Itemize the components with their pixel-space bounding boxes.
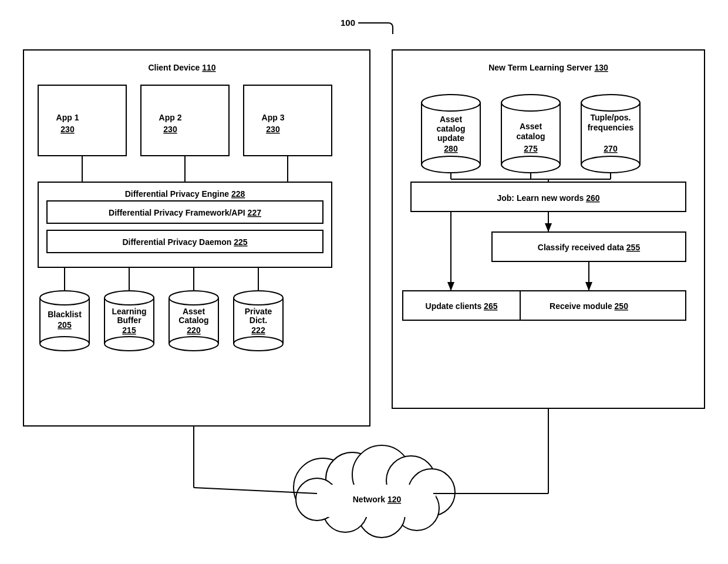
svg-rect-0 [23, 50, 370, 426]
svg-rect-1 [392, 50, 705, 408]
svg-text:Blacklist: Blacklist [48, 310, 82, 319]
svg-rect-2 [38, 85, 126, 156]
svg-text:215: 215 [122, 325, 136, 335]
svg-line-107 [194, 488, 317, 494]
svg-text:Differential Privacy Daemon 22: Differential Privacy Daemon 225 [122, 237, 247, 247]
svg-text:App 2: App 2 [159, 113, 182, 122]
svg-point-103 [296, 478, 338, 521]
svg-rect-14 [47, 201, 323, 223]
svg-text:Asset: Asset [520, 122, 542, 131]
svg-point-28 [40, 337, 89, 351]
svg-text:Network 120: Network 120 [353, 495, 402, 504]
svg-text:205: 205 [58, 320, 72, 330]
ref-100-line [358, 22, 393, 34]
svg-text:update: update [437, 133, 464, 143]
svg-point-64 [501, 156, 560, 173]
svg-text:catalog: catalog [436, 124, 465, 133]
ref-100-label: 100 [341, 18, 355, 28]
svg-text:230: 230 [266, 125, 280, 134]
svg-point-56 [422, 156, 480, 173]
svg-point-102 [323, 488, 368, 532]
svg-text:New Term Learning Server 130: New Term Learning Server 130 [488, 63, 608, 72]
svg-point-95 [294, 458, 352, 517]
svg-text:Differential Privacy Framework: Differential Privacy Framework/API 227 [109, 208, 261, 217]
svg-text:App 1: App 1 [56, 113, 79, 122]
svg-rect-12 [38, 182, 332, 267]
svg-rect-85 [492, 232, 686, 261]
svg-point-71 [581, 156, 640, 173]
svg-rect-81 [411, 182, 686, 212]
svg-point-96 [326, 452, 379, 505]
svg-text:Update clients 265: Update clients 265 [426, 301, 498, 311]
svg-text:222: 222 [251, 325, 265, 335]
svg-point-68 [581, 95, 640, 111]
svg-text:Learning: Learning [112, 307, 146, 316]
svg-point-48 [234, 337, 283, 351]
svg-point-41 [169, 337, 218, 351]
svg-text:frequencies: frequencies [588, 123, 634, 132]
svg-point-45 [234, 291, 283, 305]
svg-text:275: 275 [524, 144, 538, 153]
svg-text:Private: Private [245, 307, 272, 316]
svg-text:280: 280 [444, 144, 458, 153]
svg-text:Job: Learn new words 260: Job: Learn new words 260 [497, 193, 599, 203]
svg-point-97 [352, 445, 411, 504]
svg-point-99 [408, 469, 455, 516]
svg-point-25 [40, 291, 89, 305]
svg-rect-4 [244, 85, 332, 156]
svg-marker-84 [545, 223, 552, 232]
svg-marker-92 [447, 282, 454, 291]
svg-text:Catalog: Catalog [178, 315, 208, 325]
svg-point-100 [395, 486, 439, 531]
svg-text:App 3: App 3 [262, 113, 285, 122]
diagram-svg: App 1 230 App 2 230 App 3 230 Client Dev… [12, 18, 716, 552]
svg-rect-89 [492, 291, 686, 320]
svg-text:Dict.: Dict. [250, 315, 267, 325]
svg-text:catalog: catalog [516, 132, 545, 141]
svg-text:Tuple/pos.: Tuple/pos. [591, 113, 631, 122]
svg-text:220: 220 [187, 325, 201, 335]
svg-text:230: 230 [60, 125, 75, 134]
svg-point-98 [386, 456, 436, 505]
svg-point-34 [105, 337, 154, 351]
svg-text:Client Device 110: Client Device 110 [148, 63, 215, 72]
svg-point-53 [422, 95, 480, 111]
svg-rect-104 [318, 485, 436, 517]
svg-text:Classify received data 255: Classify received data 255 [538, 243, 641, 252]
svg-text:Differential Privacy Engine 22: Differential Privacy Engine 228 [125, 189, 245, 199]
diagram-container: 100 App 1 230 App 2 230 App 3 230 Client… [12, 18, 716, 552]
svg-rect-16 [47, 230, 323, 253]
svg-marker-88 [585, 282, 592, 291]
svg-point-61 [501, 95, 560, 111]
svg-text:Asset: Asset [440, 115, 462, 124]
svg-rect-3 [141, 85, 229, 156]
svg-text:270: 270 [604, 144, 618, 153]
svg-text:Receive module 250: Receive module 250 [550, 301, 628, 311]
svg-text:Asset: Asset [183, 307, 205, 316]
svg-text:Buffer: Buffer [117, 315, 141, 325]
svg-point-38 [169, 291, 218, 305]
svg-point-31 [105, 291, 154, 305]
svg-text:230: 230 [163, 125, 177, 134]
svg-rect-93 [403, 291, 520, 320]
svg-point-101 [358, 491, 405, 538]
